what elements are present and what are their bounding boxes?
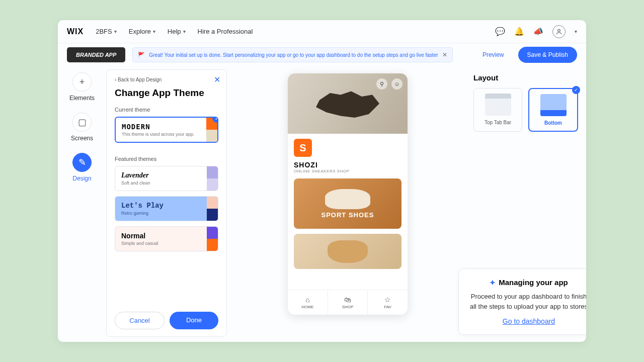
plus-icon: + (72, 72, 92, 92)
tab-label: FAV (384, 305, 391, 309)
app-logo: S (294, 139, 312, 157)
info-banner: 🚩 Great! Your initial set up is done. St… (132, 47, 452, 62)
chevron-down-icon: ▾ (183, 29, 186, 34)
main-area: + Elements ▢ Screens ✎ Design ✕ ‹ Back t… (58, 66, 586, 342)
back-link[interactable]: ‹ Back to App Design (115, 77, 218, 82)
layout-title: Layout (473, 73, 578, 82)
rail-design[interactable]: ✎ Design (72, 153, 92, 182)
menu-label: Explore (129, 28, 151, 35)
account-chevron-icon[interactable]: ▾ (575, 29, 577, 34)
theme-swatch (207, 227, 218, 251)
app-brand: SHOZI (294, 161, 401, 169)
theme-desc: Simple and casual (121, 241, 212, 246)
save-publish-button[interactable]: Save & Publish (518, 47, 577, 63)
pencil-icon: ✎ (72, 153, 92, 172)
layout-label: Bottom (544, 120, 562, 126)
menu-help[interactable]: Help ▾ (168, 28, 186, 35)
app-window: WIX 2BFS ▾ Explore ▾ Help ▾ Hire a Profe… (58, 20, 586, 342)
svg-point-0 (558, 29, 560, 32)
close-icon[interactable]: ✕ (214, 75, 220, 84)
hire-link[interactable]: Hire a Professional (198, 28, 253, 35)
tip-body: Proceed to your app dashboard to finish … (467, 292, 586, 311)
chevron-down-icon: ▾ (114, 29, 117, 34)
promo-card: SPORT SHOES (294, 178, 401, 229)
layout-thumb-icon (540, 94, 567, 116)
sparkle-icon: ✦ (490, 279, 496, 287)
theme-card-letsplay[interactable]: Let's Play Retro gaming (115, 196, 218, 221)
theme-name: Normal (121, 232, 212, 240)
theme-card-lavender[interactable]: Lavender Soft and clean (115, 166, 218, 191)
theme-swatch (207, 197, 218, 221)
theme-name: Lavender (121, 171, 212, 179)
chat-icon[interactable]: 💬 (495, 27, 505, 37)
cancel-button[interactable]: Cancel (115, 312, 165, 329)
rail-label: Elements (69, 95, 95, 102)
action-bar: BRANDED APP 🚩 Great! Your initial set up… (58, 43, 586, 66)
featured-themes-label: Featured themes (115, 156, 218, 162)
rail-label: Screens (71, 135, 93, 142)
app-tagline: ONLINE SNEAKERS SHOP (294, 169, 401, 173)
chevron-down-icon: ▾ (153, 29, 155, 34)
tab-fav: ☆ FAV (368, 290, 408, 315)
top-bar: WIX 2BFS ▾ Explore ▾ Help ▾ Hire a Profe… (58, 20, 586, 43)
brand-logo: WIX (67, 27, 84, 36)
search-icon: ⚲ (376, 78, 387, 89)
done-button[interactable]: Done (170, 312, 218, 329)
check-icon: ✓ (572, 86, 580, 94)
tip-card: ✦ Managing your app Proceed to your app … (458, 268, 586, 335)
layout-thumb-icon (485, 94, 511, 116)
phone-preview: ⚲ ☺ S SHOZI ONLINE SNEAKERS SHOP SPORT S… (288, 73, 408, 315)
theme-desc: Soft and clean (121, 180, 212, 186)
go-to-dashboard-link[interactable]: Go to dashboard (467, 317, 586, 325)
page-icon: ▢ (72, 113, 92, 132)
promo-card-2 (294, 234, 401, 269)
current-theme-label: Current theme (115, 107, 218, 113)
tip-title: ✦ Managing your app (467, 278, 586, 287)
layout-label: Top Tab Bar (485, 120, 511, 125)
panel-title: Change App Theme (115, 87, 218, 99)
rail-label: Design (72, 175, 91, 182)
megaphone-icon[interactable]: 📣 (533, 27, 543, 37)
branded-app-badge[interactable]: BRANDED APP (67, 47, 125, 62)
theme-name: Let's Play (121, 202, 212, 210)
theme-card-normal[interactable]: Normal Simple and casual (115, 226, 218, 251)
tab-label: HOME (301, 305, 313, 309)
top-right-tools: 💬 🔔 📣 ▾ (495, 25, 577, 38)
preview-canvas: ⚲ ☺ S SHOZI ONLINE SNEAKERS SHOP SPORT S… (230, 66, 465, 342)
layout-option-top[interactable]: Top Tab Bar (473, 88, 522, 132)
theme-desc: Retro gaming (121, 211, 212, 216)
theme-name: MODERN (122, 123, 211, 131)
bag-icon: 🛍 (344, 296, 351, 304)
site-name: 2BFS (96, 28, 112, 35)
right-column: Layout Top Tab Bar ✓ Bottom ✦ Managing y… (465, 66, 586, 342)
site-switcher[interactable]: 2BFS ▾ (96, 28, 117, 35)
bell-icon[interactable]: 🔔 (514, 27, 524, 37)
promo-title: SPORT SHOES (321, 211, 374, 219)
theme-panel: ✕ ‹ Back to App Design Change App Theme … (106, 69, 227, 337)
rail-screens[interactable]: ▢ Screens (71, 113, 93, 142)
phone-tabbar: ⌂ HOME 🛍 SHOP ☆ FAV (288, 290, 408, 315)
home-icon: ⌂ (305, 296, 309, 304)
tab-label: SHOP (342, 305, 354, 309)
layout-options: Top Tab Bar ✓ Bottom (473, 88, 578, 132)
menu-label: Help (168, 28, 181, 35)
tip-title-text: Managing your app (499, 278, 568, 287)
rail-elements[interactable]: + Elements (69, 72, 95, 102)
account-avatar[interactable] (552, 25, 566, 38)
tab-shop: 🛍 SHOP (328, 290, 368, 315)
close-icon[interactable]: ✕ (442, 51, 447, 58)
preview-button[interactable]: Preview (475, 47, 511, 62)
banner-text: Great! Your initial set up is done. Star… (149, 52, 438, 58)
star-icon: ☆ (384, 296, 391, 304)
menu-explore[interactable]: Explore ▾ (129, 28, 155, 35)
theme-swatch (207, 166, 218, 191)
user-icon: ☺ (391, 78, 403, 89)
hero-image: ⚲ ☺ (288, 73, 408, 134)
left-rail: + Elements ▢ Screens ✎ Design (58, 66, 106, 342)
phone-body: S SHOZI ONLINE SNEAKERS SHOP SPORT SHOES (288, 134, 408, 290)
theme-card-modern[interactable]: MODERN This theme is used across your ap… (115, 117, 218, 143)
theme-desc: This theme is used across your app. (122, 132, 211, 137)
panel-footer: Cancel Done (115, 306, 218, 329)
flag-icon: 🚩 (138, 52, 145, 58)
layout-option-bottom[interactable]: ✓ Bottom (528, 88, 578, 132)
